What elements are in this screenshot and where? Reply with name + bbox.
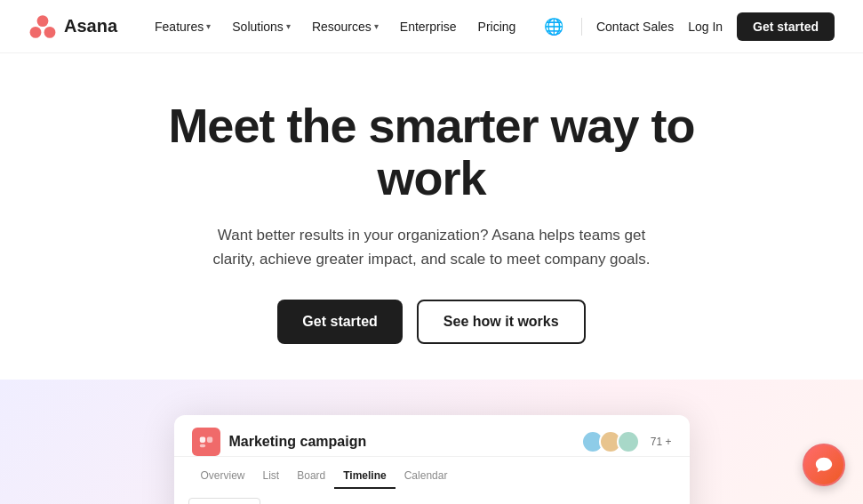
nav-right: 🌐 Contact Sales Log In Get started bbox=[540, 12, 835, 41]
language-selector-button[interactable]: 🌐 bbox=[540, 13, 567, 40]
nav-pricing[interactable]: Pricing bbox=[469, 14, 525, 39]
avatar-3 bbox=[617, 430, 640, 453]
tab-list[interactable]: List bbox=[254, 464, 289, 489]
logo[interactable]: Asana bbox=[28, 12, 117, 41]
app-header-right: 71 + bbox=[581, 430, 672, 453]
app-project-icon bbox=[192, 428, 220, 456]
nav-divider bbox=[581, 18, 582, 36]
hero-section: Meet the smarter way to work Want better… bbox=[0, 53, 863, 344]
add-new-button[interactable]: + Add New ▾ bbox=[188, 498, 260, 504]
tab-board[interactable]: Board bbox=[288, 464, 334, 489]
app-header: Marketing campaign 71 + bbox=[174, 415, 690, 457]
nav-links: Features ▾ Solutions ▾ Resources ▾ Enter… bbox=[146, 14, 540, 39]
timeline-area: + Add New ▾ April 1 2 3 4 5 6 7 8 9 10 bbox=[174, 489, 690, 504]
chat-support-button[interactable] bbox=[803, 444, 845, 486]
app-preview-section: Marketing campaign 71 + Overview List Bo… bbox=[0, 380, 863, 504]
login-button[interactable]: Log In bbox=[688, 20, 723, 34]
svg-rect-4 bbox=[206, 437, 212, 443]
chevron-down-icon: ▾ bbox=[286, 21, 291, 31]
logo-text: Asana bbox=[64, 16, 117, 36]
tab-calendar[interactable]: Calendar bbox=[396, 464, 457, 489]
chevron-down-icon: ▾ bbox=[206, 21, 211, 31]
svg-point-1 bbox=[30, 27, 42, 38]
svg-point-2 bbox=[44, 27, 56, 38]
hero-subtitle: Want better results in your organization… bbox=[210, 223, 654, 271]
contact-sales-link[interactable]: Contact Sales bbox=[596, 20, 674, 34]
nav-resources[interactable]: Resources ▾ bbox=[303, 14, 388, 39]
app-window: Marketing campaign 71 + Overview List Bo… bbox=[174, 415, 690, 504]
nav-features[interactable]: Features ▾ bbox=[146, 14, 220, 39]
app-project-title: Marketing campaign bbox=[229, 434, 367, 450]
nav-enterprise[interactable]: Enterprise bbox=[391, 14, 466, 39]
app-tabs: Overview List Board Timeline Calendar bbox=[174, 457, 690, 489]
hero-see-how-button[interactable]: See how it works bbox=[417, 300, 586, 344]
app-title-row: Marketing campaign bbox=[192, 428, 367, 456]
chat-bubble-inner bbox=[804, 445, 843, 484]
svg-point-0 bbox=[37, 15, 49, 27]
navbar: Asana Features ▾ Solutions ▾ Resources ▾… bbox=[0, 0, 863, 53]
project-icon-svg bbox=[198, 434, 214, 450]
hero-get-started-button[interactable]: Get started bbox=[277, 300, 402, 344]
hero-title: Meet the smarter way to work bbox=[121, 100, 743, 205]
asana-logo-icon bbox=[28, 12, 57, 41]
tab-overview[interactable]: Overview bbox=[192, 464, 254, 489]
hero-buttons: Get started See how it works bbox=[277, 300, 585, 344]
timeline-toolbar: + Add New ▾ bbox=[174, 489, 690, 504]
member-count: 71 + bbox=[651, 436, 672, 448]
avatar-group bbox=[581, 430, 640, 453]
nav-solutions[interactable]: Solutions ▾ bbox=[223, 14, 300, 39]
chevron-down-icon: ▾ bbox=[374, 21, 379, 31]
tab-timeline[interactable]: Timeline bbox=[334, 464, 395, 489]
get-started-nav-button[interactable]: Get started bbox=[737, 12, 835, 41]
chat-icon bbox=[814, 455, 834, 475]
svg-rect-5 bbox=[199, 444, 204, 448]
svg-rect-3 bbox=[199, 437, 204, 443]
